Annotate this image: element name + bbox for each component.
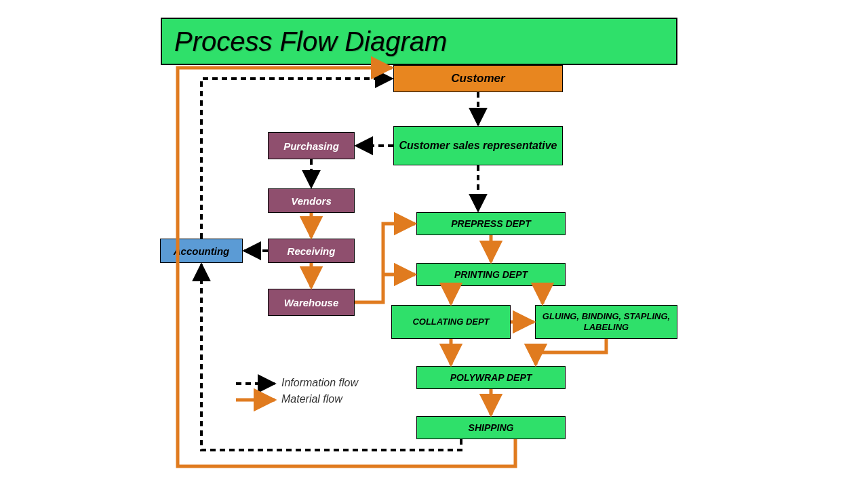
box-collating-dept: COLLATING DEPT xyxy=(391,305,511,339)
box-polywrap-dept: POLYWRAP DEPT xyxy=(416,366,566,389)
box-vendors: Vendors xyxy=(268,188,355,213)
title-bar: Process Flow Diagram xyxy=(161,18,677,65)
box-gluing-binding-stapling-labeling: GLUING, BINDING, STAPLING, LABELING xyxy=(535,305,677,339)
legend-material-flow-label: Material flow xyxy=(281,393,342,405)
flow-mat-gbs-to-polywrap xyxy=(536,339,606,365)
box-printing-dept: PRINTING DEPT xyxy=(416,263,566,286)
box-customer: Customer xyxy=(393,65,563,92)
box-shipping: SHIPPING xyxy=(416,416,566,439)
box-purchasing: Purchasing xyxy=(268,132,355,159)
flow-mat-warehouse-to-prepress xyxy=(355,224,415,302)
box-prepress-dept: PREPRESS DEPT xyxy=(416,212,566,235)
legend-information-flow-label: Information flow xyxy=(281,377,358,389)
box-accounting: Accounting xyxy=(160,239,243,263)
box-customer-sales-representative: Customer sales representative xyxy=(393,126,563,165)
box-receiving: Receiving xyxy=(268,239,355,263)
box-warehouse: Warehouse xyxy=(268,289,355,316)
